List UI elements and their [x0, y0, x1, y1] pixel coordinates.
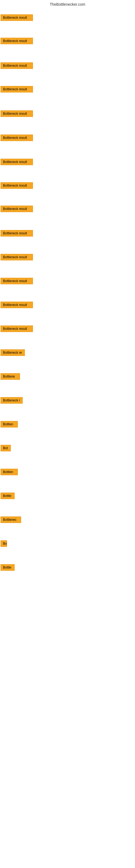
result-row-23: Bo: [1, 540, 7, 548]
result-row-15: Bottleneck re: [1, 349, 25, 357]
bottleneck-badge-24[interactable]: Bottle: [1, 564, 14, 571]
bottleneck-badge-5[interactable]: Bottleneck result: [1, 111, 33, 117]
result-row-10: Bottleneck result: [1, 230, 33, 238]
result-row-2: Bottleneck result: [1, 38, 33, 45]
bottleneck-badge-17[interactable]: Bottleneck r: [1, 397, 23, 404]
bottleneck-badge-8[interactable]: Bottleneck result: [1, 182, 33, 189]
bottleneck-badge-22[interactable]: Bottlenec: [1, 517, 21, 523]
result-row-6: Bottleneck result: [1, 134, 33, 142]
bottleneck-badge-14[interactable]: Bottleneck result: [1, 326, 33, 332]
bottleneck-badge-7[interactable]: Bottleneck result: [1, 159, 33, 165]
bottleneck-badge-10[interactable]: Bottleneck result: [1, 230, 33, 237]
result-row-20: Bottlen: [1, 469, 18, 476]
result-row-17: Bottleneck r: [1, 397, 23, 405]
bottleneck-badge-12[interactable]: Bottleneck result: [1, 278, 33, 284]
badges-container: Bottleneck resultBottleneck resultBottle…: [0, 10, 135, 868]
bottleneck-badge-21[interactable]: Bottle: [1, 493, 14, 499]
result-row-24: Bottle: [1, 564, 14, 572]
result-row-13: Bottleneck result: [1, 302, 33, 309]
result-row-5: Bottleneck result: [1, 111, 33, 118]
result-row-22: Bottlenec: [1, 517, 21, 524]
result-row-12: Bottleneck result: [1, 278, 33, 285]
result-row-3: Bottleneck result: [1, 62, 33, 70]
result-row-18: Bottlen: [1, 421, 18, 429]
bottleneck-badge-20[interactable]: Bottlen: [1, 469, 18, 475]
bottleneck-badge-1[interactable]: Bottleneck result: [1, 14, 33, 21]
bottleneck-badge-11[interactable]: Bottleneck result: [1, 254, 33, 260]
bottleneck-badge-13[interactable]: Bottleneck result: [1, 302, 33, 308]
result-row-16: Bottlene: [1, 373, 20, 381]
result-row-21: Bottle: [1, 493, 14, 500]
bottleneck-badge-9[interactable]: Bottleneck result: [1, 206, 33, 212]
result-row-9: Bottleneck result: [1, 206, 33, 213]
bottleneck-badge-6[interactable]: Bottleneck result: [1, 134, 33, 141]
bottleneck-badge-2[interactable]: Bottleneck result: [1, 38, 33, 44]
bottleneck-badge-18[interactable]: Bottlen: [1, 421, 18, 428]
bottleneck-badge-16[interactable]: Bottlene: [1, 373, 20, 380]
bottleneck-badge-3[interactable]: Bottleneck result: [1, 62, 33, 69]
bottleneck-badge-4[interactable]: Bottleneck result: [1, 86, 33, 93]
bottleneck-badge-15[interactable]: Bottleneck re: [1, 349, 25, 356]
bottleneck-badge-23[interactable]: Bo: [1, 540, 7, 547]
site-header: TheBottlenecker.com: [0, 0, 135, 10]
site-title: TheBottlenecker.com: [50, 2, 85, 6]
result-row-11: Bottleneck result: [1, 254, 33, 261]
result-row-14: Bottleneck result: [1, 326, 33, 333]
result-row-8: Bottleneck result: [1, 182, 33, 190]
result-row-1: Bottleneck result: [1, 14, 33, 22]
result-row-7: Bottleneck result: [1, 159, 33, 166]
result-row-4: Bottleneck result: [1, 86, 33, 94]
bottleneck-badge-19[interactable]: Bot: [1, 445, 11, 452]
result-row-19: Bot: [1, 445, 11, 453]
